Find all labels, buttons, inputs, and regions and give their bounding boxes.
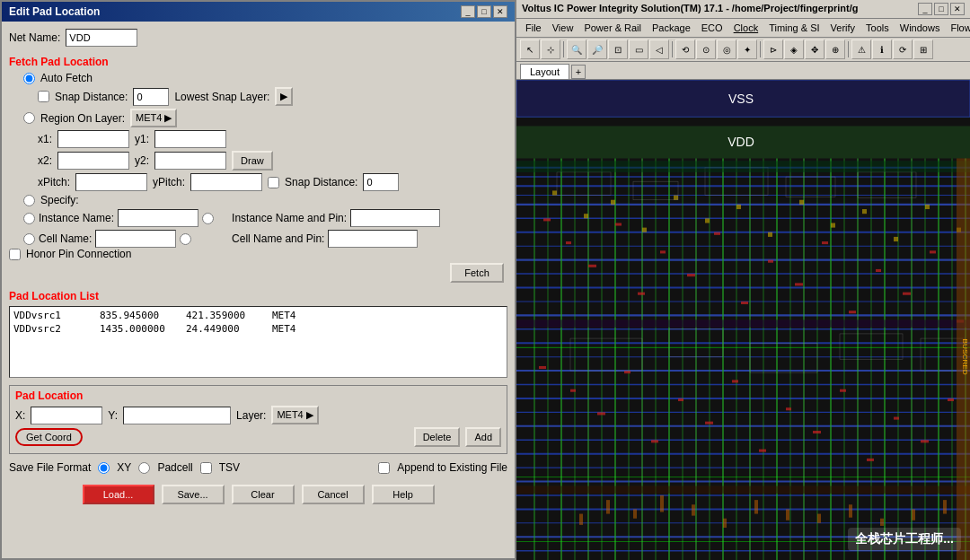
layer-select-btn[interactable]: MET4 ▶ xyxy=(271,406,318,424)
fetch-button[interactable]: Fetch xyxy=(450,263,504,283)
menu-eco[interactable]: ECO xyxy=(696,21,728,35)
layout-tab[interactable]: Layout xyxy=(520,64,569,79)
svg-rect-102 xyxy=(552,190,557,195)
tb-btn6[interactable]: ⟲ xyxy=(675,39,695,59)
app-maximize-button[interactable]: □ xyxy=(934,3,948,15)
pad-location-list[interactable]: VDDvsrc1 835.945000 421.359000 MET4 VDDv… xyxy=(9,306,507,378)
cell-name-pin-radio[interactable] xyxy=(180,233,191,245)
tb-select-btn[interactable]: ⊹ xyxy=(541,39,560,59)
y2-label: y2: xyxy=(135,154,149,167)
xpitch-input[interactable] xyxy=(75,173,147,191)
help-button[interactable]: Help xyxy=(372,485,435,504)
tb-btn8[interactable]: ◎ xyxy=(717,39,736,59)
tb-fit-btn[interactable]: ⊡ xyxy=(608,39,628,59)
tb-btn13[interactable]: ⊕ xyxy=(825,39,845,59)
add-button[interactable]: Add xyxy=(465,427,501,447)
close-button[interactable]: ✕ xyxy=(493,5,507,18)
instance-name-radio[interactable] xyxy=(23,213,35,224)
list-item[interactable]: VDDvsrc1 835.945000 421.359000 MET4 xyxy=(12,309,505,322)
svg-rect-98 xyxy=(867,459,874,461)
pad-location-list-section: Pad Location List VDDvsrc1 835.945000 42… xyxy=(9,290,507,381)
tb-zoom-rect-btn[interactable]: ▭ xyxy=(629,39,648,59)
app-minimize-button[interactable]: _ xyxy=(918,3,932,15)
menu-view[interactable]: View xyxy=(547,21,579,35)
padcell-radio[interactable] xyxy=(138,462,150,474)
auto-fetch-radio[interactable] xyxy=(23,73,35,84)
draw-button[interactable]: Draw xyxy=(232,151,273,171)
pitch-checkbox[interactable] xyxy=(268,177,279,188)
svg-rect-88 xyxy=(597,412,605,415)
specify-right-col: Instance Name and Pin: Cell Name and Pin… xyxy=(232,209,440,248)
honor-pin-checkbox[interactable] xyxy=(9,249,21,260)
region-layer-btn[interactable]: MET4 ▶ xyxy=(130,109,177,127)
svg-rect-79 xyxy=(795,283,803,285)
snap-distance-checkbox[interactable] xyxy=(38,91,49,102)
load-button[interactable]: Load... xyxy=(83,485,154,504)
x-input[interactable] xyxy=(31,407,102,424)
y1-input[interactable] xyxy=(154,130,226,148)
tab-add-button[interactable]: + xyxy=(571,65,586,79)
delete-button[interactable]: Delete xyxy=(414,427,461,447)
cell-name-input[interactable] xyxy=(95,230,176,248)
region-on-layer-radio[interactable] xyxy=(23,112,35,124)
instance-name-pin-radio[interactable] xyxy=(202,213,214,224)
net-name-row: Net Name: xyxy=(9,29,507,47)
svg-rect-135 xyxy=(754,500,758,513)
y-label: Y: xyxy=(108,409,118,422)
tsv-checkbox[interactable] xyxy=(200,462,212,474)
menu-flows[interactable]: Flows xyxy=(945,21,970,35)
save-button[interactable]: Save... xyxy=(162,485,225,504)
tb-btn15[interactable]: ⊞ xyxy=(913,39,933,59)
toolbar-divider3 xyxy=(760,41,761,57)
cell-name-pin-input[interactable] xyxy=(328,230,418,248)
list-item-y: 24.449000 xyxy=(186,323,258,335)
tb-info-btn[interactable]: ℹ xyxy=(872,39,892,59)
tb-btn9[interactable]: ✦ xyxy=(737,39,757,59)
clear-button[interactable]: Clear xyxy=(232,485,295,504)
menu-clock[interactable]: Clock xyxy=(728,21,764,35)
x2-input[interactable] xyxy=(57,152,129,170)
instance-name-pin-input[interactable] xyxy=(350,209,440,227)
snap-distance-input[interactable] xyxy=(133,88,169,106)
tb-warn-btn[interactable]: ⚠ xyxy=(851,39,871,59)
list-item[interactable]: VDDvsrc2 1435.000000 24.449000 MET4 xyxy=(12,322,505,336)
xy-radio[interactable] xyxy=(98,462,110,474)
menu-windows[interactable]: Windows xyxy=(895,21,946,35)
maximize-button[interactable]: □ xyxy=(477,5,491,18)
x1-input[interactable] xyxy=(57,130,129,148)
y-input[interactable] xyxy=(123,407,231,424)
tb-btn10[interactable]: ⊳ xyxy=(763,39,783,59)
menu-verify[interactable]: Verify xyxy=(825,21,861,35)
tb-btn11[interactable]: ◈ xyxy=(784,39,804,59)
lowest-snap-layer-btn[interactable]: ▶ xyxy=(275,87,293,106)
svg-rect-101 xyxy=(948,398,954,401)
instance-name-input[interactable] xyxy=(118,209,198,227)
y2-input[interactable] xyxy=(154,152,226,170)
tb-btn7[interactable]: ⊙ xyxy=(696,39,716,59)
toolbar-divider2 xyxy=(672,41,673,57)
net-name-input[interactable] xyxy=(66,29,137,47)
specify-radio[interactable] xyxy=(23,195,35,206)
list-item-layer: MET4 xyxy=(272,310,344,321)
menu-power-rail[interactable]: Power & Rail xyxy=(578,21,647,35)
cancel-button[interactable]: Cancel xyxy=(302,485,365,504)
tb-btn14[interactable]: ⟳ xyxy=(893,39,913,59)
ypitch-input[interactable] xyxy=(190,173,262,191)
menu-file[interactable]: File xyxy=(520,21,547,35)
append-checkbox[interactable] xyxy=(378,462,390,474)
tb-cursor-btn[interactable]: ↖ xyxy=(520,39,540,59)
app-close-button[interactable]: ✕ xyxy=(950,3,965,15)
snap-distance2-input[interactable] xyxy=(363,173,399,191)
xpitch-label: xPitch: xyxy=(38,176,70,188)
tb-zoom-out-btn[interactable]: 🔎 xyxy=(587,39,607,59)
get-coord-button[interactable]: Get Coord xyxy=(15,428,83,446)
cell-name-radio[interactable] xyxy=(23,233,35,245)
minimize-button[interactable]: _ xyxy=(461,5,475,18)
tb-zoom-prev-btn[interactable]: ◁ xyxy=(649,39,669,59)
tb-btn12[interactable]: ✥ xyxy=(805,39,824,59)
menu-package[interactable]: Package xyxy=(647,21,696,35)
menu-timing-si[interactable]: Timing & SI xyxy=(763,21,824,35)
menu-tools[interactable]: Tools xyxy=(860,21,895,35)
svg-rect-90 xyxy=(651,440,658,442)
tb-zoom-in-btn[interactable]: 🔍 xyxy=(567,39,586,59)
